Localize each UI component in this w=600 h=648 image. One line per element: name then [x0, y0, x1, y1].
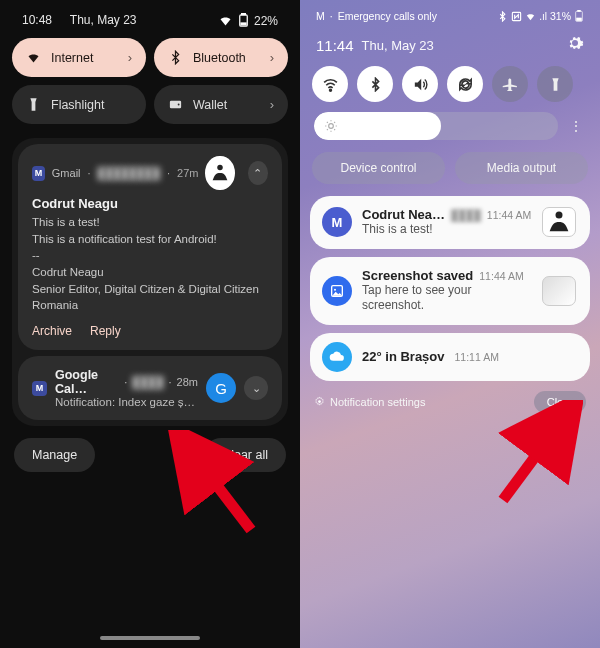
calendar-icon: M	[32, 381, 47, 396]
wifi-icon	[322, 76, 339, 93]
svg-point-12	[556, 212, 563, 219]
notification-title: Screenshot saved	[362, 268, 473, 283]
collapse-button[interactable]: ⌃	[248, 161, 269, 185]
screenshot-icon	[322, 276, 352, 306]
gmail-notification[interactable]: M Codrut Nea… ████ 11:44 AM This is a te…	[310, 196, 590, 249]
chevron-right-icon: ›	[270, 97, 274, 112]
battery-text: 31%	[550, 10, 571, 22]
home-indicator[interactable]	[100, 636, 200, 640]
expand-button[interactable]: ⌄	[244, 376, 268, 400]
weather-notification[interactable]: 22° in Brașov 11:11 AM	[310, 333, 590, 381]
device-control-button[interactable]: Device control	[312, 152, 445, 184]
notification-title: Codrut Nea…	[362, 207, 445, 222]
cloud-icon	[329, 348, 346, 365]
clear-button[interactable]: Clear	[534, 391, 586, 413]
brightness-row: ⋮	[310, 112, 590, 152]
calendar-notification[interactable]: M Google Cal… · ████ · 28m Notification:…	[18, 356, 282, 420]
tile-label: Bluetooth	[193, 51, 246, 65]
flashlight-icon	[26, 97, 41, 112]
qs-airplane[interactable]	[492, 66, 528, 102]
quick-settings	[310, 66, 590, 112]
wide-buttons: Device control Media output	[310, 152, 590, 196]
quick-tiles: Internet › Bluetooth › Flashlight Wallet…	[12, 38, 288, 124]
tile-internet[interactable]: Internet ›	[12, 38, 146, 77]
notifications: M Codrut Nea… ████ 11:44 AM This is a te…	[310, 196, 590, 381]
qs-wifi[interactable]	[312, 66, 348, 102]
time-row: 11:44 Thu, May 23	[310, 28, 590, 66]
qs-bluetooth[interactable]	[357, 66, 393, 102]
tile-wallet[interactable]: Wallet ›	[154, 85, 288, 124]
avatar-graphic-icon	[209, 162, 231, 184]
notification-header: M Gmail · ████████ · 27m ⌃	[32, 156, 268, 190]
reply-button[interactable]: Reply	[90, 324, 121, 338]
gmail-notification[interactable]: M Gmail · ████████ · 27m ⌃ Codrut Neagu …	[18, 144, 282, 350]
notification-title: 22° in Brașov	[362, 349, 445, 364]
gmail-icon: M	[32, 166, 45, 181]
image-icon	[329, 283, 345, 299]
samsung-pane: M · Emergency calls only .ıl 31% 11:44 T…	[300, 0, 600, 648]
notification-sub: Tap here to see your screenshot.	[362, 283, 532, 314]
brightness-slider[interactable]	[314, 112, 558, 140]
notification-body: Codrut Nea… ████ 11:44 AM This is a test…	[362, 207, 532, 238]
sender-blurred: ████████	[98, 167, 160, 179]
wallet-icon	[168, 97, 183, 112]
bottom-buttons: Manage Clear all	[12, 438, 288, 472]
clock-date: Thu, May 23	[362, 38, 434, 53]
notification-settings-link[interactable]: Notification settings	[314, 396, 425, 408]
nfc-icon	[511, 11, 522, 22]
media-output-button[interactable]: Media output	[455, 152, 588, 184]
brightness-fill	[314, 112, 441, 140]
battery-icon	[236, 13, 251, 28]
rotate-icon	[457, 76, 474, 93]
airplane-icon	[502, 76, 519, 93]
svg-point-11	[329, 124, 334, 129]
notification-time: 11:44 AM	[487, 209, 531, 221]
tile-bluetooth[interactable]: Bluetooth ›	[154, 38, 288, 77]
avatar	[542, 207, 576, 237]
notification-body: Notification: Index gaze și cure…	[55, 396, 195, 408]
tile-flashlight[interactable]: Flashlight	[12, 85, 146, 124]
svg-rect-1	[242, 14, 246, 15]
notification-actions: Archive Reply	[32, 324, 268, 338]
bluetooth-icon	[168, 50, 183, 65]
wifi-icon	[525, 11, 536, 22]
svg-point-10	[329, 89, 331, 91]
archive-button[interactable]: Archive	[32, 324, 72, 338]
status-bar: 10:48 Thu, May 23 22%	[12, 10, 288, 38]
footer: Notification settings Clear	[310, 381, 590, 423]
svg-point-5	[217, 165, 223, 171]
bluetooth-icon	[368, 77, 383, 92]
status-time-date: 10:48 Thu, May 23	[22, 13, 137, 28]
notification-body: Screenshot saved 11:44 AM Tap here to se…	[362, 268, 532, 314]
qs-sound[interactable]	[402, 66, 438, 102]
svg-rect-8	[578, 10, 581, 11]
pixel-pane: 10:48 Thu, May 23 22% Internet › Bluetoo…	[0, 0, 300, 648]
clear-all-button[interactable]: Clear all	[204, 438, 286, 472]
status-right: .ıl 31%	[497, 10, 584, 22]
screenshot-notification[interactable]: Screenshot saved 11:44 AM Tap here to se…	[310, 257, 590, 325]
status-left: M · Emergency calls only	[316, 10, 437, 22]
manage-button[interactable]: Manage	[14, 438, 95, 472]
battery-text: 22%	[254, 14, 278, 28]
qs-flashlight[interactable]	[537, 66, 573, 102]
notification-time: 28m	[177, 376, 198, 388]
more-button[interactable]: ⋮	[566, 118, 586, 134]
bluetooth-icon	[497, 11, 508, 22]
app-name: Google Cal…	[55, 368, 119, 396]
notification-time: 11:11 AM	[455, 351, 499, 363]
notification-time: 11:44 AM	[479, 270, 523, 282]
gear-icon	[566, 34, 584, 52]
sender-blurred: ████	[132, 376, 163, 388]
weather-icon	[322, 342, 352, 372]
avatar-graphic-icon	[543, 208, 575, 236]
wifi-icon	[218, 13, 233, 28]
svg-rect-2	[241, 23, 246, 25]
qs-rotate[interactable]	[447, 66, 483, 102]
svg-point-14	[334, 288, 336, 290]
notification-body: This is a test! This is a notification t…	[32, 214, 268, 314]
status-bar: M · Emergency calls only .ıl 31%	[310, 10, 590, 28]
screenshot-thumbnail	[542, 276, 576, 306]
svg-point-4	[178, 104, 180, 106]
avatar: G	[206, 373, 236, 403]
settings-button[interactable]	[566, 34, 584, 56]
